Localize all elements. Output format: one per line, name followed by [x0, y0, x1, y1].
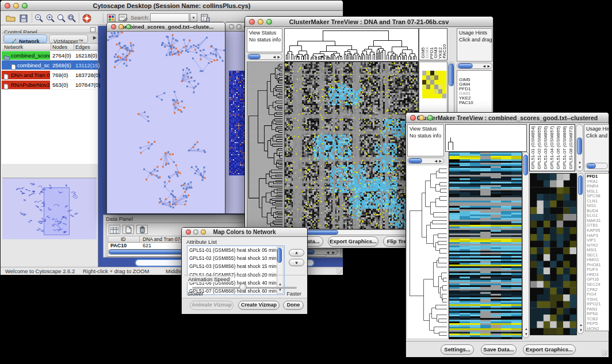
zoom-out-icon[interactable]: [33, 13, 44, 24]
treeview-button-export-graphics---[interactable]: Export Graphics...: [328, 236, 378, 247]
scroll-right-icon[interactable]: ▶: [332, 251, 335, 254]
table-row[interactable]: RNAPuberNov2+I563(0)107847(0): [2, 80, 98, 90]
zoom-button[interactable]: [427, 115, 433, 121]
list-item[interactable]: GPL51-03 (GSM856) heat shock 15 min: [188, 262, 284, 270]
float-panel-icon[interactable]: [90, 27, 95, 32]
matrix-cell[interactable]: [434, 71, 438, 75]
data-col-id[interactable]: ID: [121, 236, 126, 242]
matrix-cell[interactable]: [442, 80, 446, 85]
matrix-cell[interactable]: [430, 94, 434, 98]
close-button[interactable]: [186, 229, 191, 235]
main-titlebar[interactable]: Cytoscape Desktop (Session Name: collins…: [1, 1, 343, 11]
matrix-cell[interactable]: [426, 89, 430, 94]
list-item[interactable]: GPL51-01 (GSM854) heat shock 05 min: [188, 246, 284, 254]
tv2-zoom-heatmap[interactable]: [530, 173, 577, 335]
zoom-button[interactable]: [201, 229, 206, 235]
matrix-cell[interactable]: [434, 75, 438, 80]
tab-overflow-arrow[interactable]: ▶: [93, 35, 97, 40]
matrix-cell[interactable]: [442, 89, 446, 94]
table-row[interactable]: combined_scores2764(0)16218(0): [2, 51, 98, 60]
open-file-icon[interactable]: [5, 13, 16, 24]
close-button[interactable]: [229, 24, 234, 29]
matrix-cell[interactable]: [422, 89, 426, 94]
table-row[interactable]: combined_sco2569(6)13112(15): [2, 60, 98, 70]
tv1-gene-dendrogram[interactable]: [247, 62, 284, 229]
matrix-cell[interactable]: [426, 85, 430, 89]
matrix-cell[interactable]: [426, 94, 430, 98]
zoom-button[interactable]: [22, 3, 28, 9]
scroll-left-icon[interactable]: ◀: [326, 251, 329, 254]
move-down-button[interactable]: ∨: [289, 259, 304, 266]
list-item[interactable]: GPL51-02 (GSM855) heat shock 10 min: [188, 254, 284, 262]
tab-network[interactable]: Network: [3, 35, 47, 43]
delete-attribute-icon[interactable]: [136, 225, 148, 234]
close-button[interactable]: [5, 3, 10, 9]
matrix-cell[interactable]: [422, 85, 426, 89]
dialog-button-create-vizmap[interactable]: Create Vizmap: [238, 301, 280, 310]
gene-label[interactable]: MON2: [587, 327, 601, 331]
zoom-in-icon[interactable]: [45, 13, 56, 24]
matrix-cell[interactable]: [422, 71, 426, 75]
tv2-global-heatmap[interactable]: [449, 152, 522, 339]
matrix-cell[interactable]: [442, 71, 446, 75]
tv1-heatmap[interactable]: [284, 62, 419, 229]
treeview-button-save-data---[interactable]: Save Data...: [481, 344, 517, 355]
dialog-titlebar[interactable]: Map Colors to Network: [182, 228, 307, 237]
matrix-cell[interactable]: [434, 89, 438, 94]
move-up-button[interactable]: ∧: [289, 249, 304, 256]
zoom-button[interactable]: [266, 19, 272, 25]
list-scroll-up-icon[interactable]: ▲: [278, 282, 282, 286]
tab-vizmapper[interactable]: VizMapper™: [49, 35, 88, 43]
network-overview-thumbnail[interactable]: [2, 178, 97, 239]
matrix-cell[interactable]: [442, 94, 446, 98]
matrix-cell[interactable]: [422, 75, 426, 80]
matrix-cell[interactable]: [434, 85, 438, 89]
matrix-cell[interactable]: [430, 85, 434, 89]
minimize-button[interactable]: [258, 19, 263, 25]
help-icon[interactable]: [81, 13, 92, 24]
matrix-cell[interactable]: [442, 75, 446, 80]
matrix-cell[interactable]: [438, 89, 442, 94]
main-resize-grip[interactable]: [336, 268, 342, 274]
zoom-button[interactable]: [126, 24, 131, 29]
col-network[interactable]: Network: [4, 44, 23, 50]
treeview-button-settings---[interactable]: Settings...: [441, 344, 474, 355]
matrix-cell[interactable]: [426, 75, 430, 80]
matrix-cell[interactable]: [434, 80, 438, 85]
matrix-cell[interactable]: [430, 71, 434, 75]
matrix-cell[interactable]: [438, 71, 442, 75]
matrix-cell[interactable]: [430, 75, 434, 80]
matrix-cell[interactable]: [430, 89, 434, 94]
tv2-array-dendrogram[interactable]: [445, 124, 527, 152]
matrix-cell[interactable]: [426, 71, 430, 75]
col-edges[interactable]: Edges: [75, 44, 90, 50]
table-row[interactable]: DNA and Tran 07769(0)183728(0): [2, 70, 98, 80]
close-button[interactable]: [410, 115, 416, 121]
tv1-status-scrollbar[interactable]: ◀ ▶: [247, 53, 282, 60]
tv1-hints-scrollbar[interactable]: ◀ ▶: [457, 63, 492, 69]
net1-titlebar[interactable]: combined_scores_good.txt--cluste...: [107, 22, 225, 32]
tv2-labels-scrollbar[interactable]: ▲ ▼: [576, 124, 583, 171]
search-input[interactable]: [150, 13, 189, 22]
minimize-button[interactable]: [236, 24, 242, 29]
tv2-resize-grip[interactable]: [601, 350, 607, 356]
close-button[interactable]: [111, 24, 116, 29]
minimize-button[interactable]: [419, 115, 424, 121]
minimize-button[interactable]: [193, 229, 198, 235]
close-button[interactable]: [249, 19, 255, 25]
search-dropdown-button[interactable]: ▼: [190, 13, 197, 22]
matrix-cell[interactable]: [422, 80, 426, 85]
treeview-button-export-graphics---[interactable]: Export Graphics...: [523, 344, 576, 355]
tv2-status-scrollbar[interactable]: ◀ ▶: [407, 158, 444, 164]
zoom-actual-icon[interactable]: [56, 13, 67, 24]
new-attribute-icon[interactable]: [123, 225, 134, 234]
matrix-cell[interactable]: [434, 94, 438, 98]
matrix-cell[interactable]: [438, 80, 442, 85]
zoom-fit-icon[interactable]: [66, 13, 77, 24]
tv2-gene-dendrogram[interactable]: [407, 166, 447, 338]
tv2-heat-vscrollbar[interactable]: ▲ ▼: [522, 152, 529, 338]
minimize-button[interactable]: [118, 24, 124, 29]
matrix-cell[interactable]: [422, 94, 426, 98]
col-nodes[interactable]: Nodes: [52, 44, 67, 50]
tv1-array-dendrogram[interactable]: [284, 28, 419, 62]
